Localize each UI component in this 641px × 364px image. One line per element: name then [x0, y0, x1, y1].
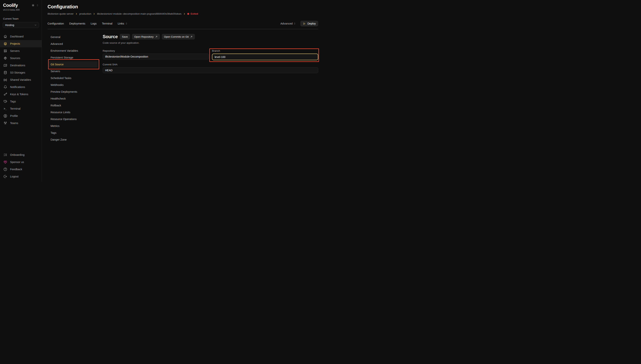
sidebar-item-keys-tokens[interactable]: Keys & Tokens	[0, 90, 42, 98]
tabs-row: Configuration Deployments Logs Terminal …	[48, 21, 318, 26]
sidebar-item-feedback[interactable]: Feedback	[0, 166, 42, 173]
sidebar-item-label: Sources	[10, 56, 20, 60]
tab-logs[interactable]: Logs	[91, 22, 97, 25]
sidebar-item-label: Teams	[10, 122, 18, 125]
submenu-item-danger-zone[interactable]: Danger Zone	[49, 136, 98, 143]
branch-input[interactable]	[212, 54, 318, 60]
submenu-item-metrics[interactable]: Metrics	[49, 123, 98, 129]
open-repository-button[interactable]: Open Repository	[132, 34, 160, 40]
config-submenu: General Advanced Environment Variables P…	[49, 34, 98, 143]
breadcrumb-environment[interactable]: production	[79, 12, 91, 15]
branch-field: Branch	[212, 50, 318, 60]
sidebar-item-logout[interactable]: Logout	[0, 173, 42, 180]
sidebar-item-terminal[interactable]: >_ Terminal	[0, 105, 42, 112]
tab-configuration[interactable]: Configuration	[48, 22, 64, 25]
theme-selector-chevrons-icon[interactable]	[36, 4, 39, 6]
sidebar-item-notifications[interactable]: Notifications	[0, 84, 42, 90]
sidebar-item-label: Sponsor us	[10, 160, 24, 164]
tabs-divider	[48, 29, 318, 29]
current-team-label: Current Team	[0, 17, 42, 20]
checklist-icon	[3, 153, 7, 157]
user-circle-icon	[3, 114, 7, 118]
chevron-right-icon	[93, 13, 95, 15]
heart-hands-icon	[3, 160, 7, 164]
commit-sha-label: Commit SHA	[103, 63, 318, 66]
sidebar: Coolify v4.0.0-beta.399 Current Team Hos…	[0, 0, 42, 182]
home-icon	[3, 34, 7, 38]
submenu-item-advanced[interactable]: Advanced	[49, 41, 98, 47]
submenu-item-preview-deployments[interactable]: Preview Deployments	[49, 88, 98, 95]
sidebar-item-shared-variables[interactable]: (x) Shared Variables	[0, 76, 42, 84]
sidebar-item-projects[interactable]: Projects	[0, 40, 42, 47]
team-select[interactable]: Hosting	[3, 22, 39, 28]
external-link-icon	[190, 36, 193, 38]
submenu-item-git-source[interactable]: Git Source	[49, 61, 98, 68]
sidebar-item-servers[interactable]: Servers	[0, 47, 42, 54]
open-commits-button[interactable]: Open Commits on Git	[162, 34, 195, 40]
variables-icon: (x)	[3, 78, 7, 81]
tab-links[interactable]: Links	[118, 22, 128, 25]
submenu-item-servers[interactable]: Servers	[49, 68, 98, 74]
sidebar-item-profile[interactable]: Profile	[0, 112, 42, 120]
team-select-value: Hosting	[5, 24, 14, 26]
sidebar-item-onboarding[interactable]: Onboarding	[0, 151, 42, 158]
tab-deployments[interactable]: Deployments	[69, 22, 85, 25]
submenu-item-persistent-storage[interactable]: Persistent Storage	[49, 54, 98, 61]
sidebar-item-destinations[interactable]: Destinations	[0, 62, 42, 69]
sidebar-item-label: S3 Storages	[10, 71, 25, 74]
status-dot-icon	[187, 13, 189, 15]
help-circle-icon	[3, 167, 7, 171]
database-icon	[3, 71, 7, 74]
sidebar-item-label: Onboarding	[10, 153, 25, 156]
sidebar-item-label: Destinations	[10, 64, 25, 67]
sidebar-item-s3-storages[interactable]: S3 Storages	[0, 69, 42, 76]
submenu-item-resource-limits[interactable]: Resource Limits	[49, 109, 98, 116]
sidebar-item-sponsor[interactable]: Sponsor us	[0, 158, 42, 166]
advanced-selector[interactable]: Advanced	[280, 22, 296, 25]
source-title: Source	[103, 34, 118, 39]
chevrons-up-down-icon	[294, 22, 296, 25]
brand-logo: Coolify	[3, 3, 18, 8]
theme-sun-icon[interactable]	[32, 4, 35, 7]
sidebar-item-label: Dashboard	[10, 35, 24, 38]
layers-icon	[3, 42, 7, 46]
sidebar-item-dashboard[interactable]: Dashboard	[0, 33, 42, 40]
submenu-item-webhooks[interactable]: Webhooks	[49, 82, 98, 88]
sidebar-item-teams[interactable]: Teams	[0, 120, 42, 127]
breadcrumb-application[interactable]: illicitestonion/-module--decomposition:m…	[97, 12, 181, 15]
sidebar-nav: Dashboard Projects Servers Sources Desti…	[0, 33, 42, 127]
save-button[interactable]: Save	[120, 34, 130, 40]
repository-field: Repository	[103, 50, 209, 60]
source-description: Code source of your application.	[103, 42, 318, 44]
tab-terminal[interactable]: Terminal	[102, 22, 112, 25]
submenu-item-rollback[interactable]: Rollback	[49, 102, 98, 109]
logout-icon	[3, 174, 7, 178]
submenu-item-tags[interactable]: Tags	[49, 130, 98, 136]
brand-row: Coolify	[0, 3, 42, 8]
sidebar-item-label: Feedback	[10, 168, 22, 171]
external-link-icon	[155, 36, 158, 38]
deploy-button[interactable]: Deploy	[300, 21, 318, 26]
app-root: Coolify v4.0.0-beta.399 Current Team Hos…	[0, 0, 321, 182]
sidebar-item-label: Logout	[10, 175, 19, 178]
submenu-item-general[interactable]: General	[49, 34, 98, 40]
submenu-item-resource-operations[interactable]: Resource Operations	[49, 116, 98, 122]
sidebar-item-sources[interactable]: Sources	[0, 54, 42, 62]
chevron-right-icon	[183, 13, 186, 15]
sidebar-item-label: Terminal	[10, 107, 21, 110]
chevrons-up-down-icon	[125, 22, 128, 25]
breadcrumb: illicitonion quote server production ill…	[48, 12, 318, 15]
bell-icon	[3, 85, 7, 89]
submenu-item-scheduled-tasks[interactable]: Scheduled Tasks	[49, 75, 98, 81]
breadcrumb-project[interactable]: illicitonion quote server	[48, 12, 74, 15]
repository-input[interactable]	[103, 54, 209, 60]
sidebar-item-tags[interactable]: Tags	[0, 98, 42, 105]
submenu-item-environment-variables[interactable]: Environment Variables	[49, 48, 98, 54]
sidebar-item-label: Tags	[10, 100, 16, 103]
submenu-item-healthcheck[interactable]: Healthcheck	[49, 95, 98, 102]
commit-sha-input[interactable]	[103, 67, 318, 73]
server-icon	[3, 49, 7, 53]
sidebar-item-label: Projects	[10, 42, 20, 45]
sidebar-item-label: Shared Variables	[10, 78, 31, 81]
tags-icon	[3, 100, 7, 103]
